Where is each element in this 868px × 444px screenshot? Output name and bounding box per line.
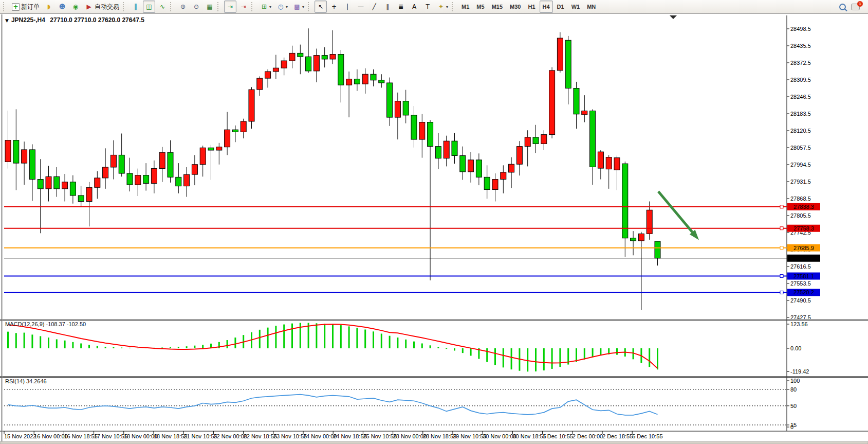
bar-chart-button[interactable]: ‖ xyxy=(130,1,142,13)
candle-down xyxy=(168,152,173,177)
macd-histogram-bar xyxy=(413,342,415,348)
signals-button[interactable]: ◉ xyxy=(69,1,82,13)
candle-up xyxy=(289,53,295,61)
notifications-button[interactable]: 1 xyxy=(849,1,862,13)
macd-histogram-bar xyxy=(559,348,561,367)
tile-windows-button[interactable]: ▦ xyxy=(204,1,216,13)
time-tick-label: 30 Nov 00:00 xyxy=(483,433,516,439)
text-label-icon: T xyxy=(423,3,432,11)
timeframe-d1-button[interactable]: D1 xyxy=(554,1,567,13)
candle-up xyxy=(216,147,222,150)
candle-up xyxy=(151,169,157,184)
new-order-button[interactable]: +新订单 xyxy=(10,1,42,13)
toolbar-grip xyxy=(170,2,174,11)
candle-up xyxy=(110,155,116,167)
line-handle[interactable] xyxy=(780,246,783,250)
timeframe-h1-button[interactable]: H1 xyxy=(525,1,538,13)
indicators-dropdown[interactable]: ⊞▾ xyxy=(258,1,273,13)
macd-histogram-bar xyxy=(113,347,114,348)
price-tick-label: 28120.5 xyxy=(790,128,811,134)
notification-badge: 1 xyxy=(857,1,863,7)
macd-histogram-bar xyxy=(584,348,585,360)
one-click-trading-toggle[interactable]: ▼ xyxy=(5,18,9,23)
vertical-line-icon: | xyxy=(343,3,352,11)
tile-windows-icon: ▦ xyxy=(206,3,214,11)
toolbar-grip xyxy=(251,2,255,11)
toolbar-grip xyxy=(217,2,221,11)
panel-separator[interactable] xyxy=(0,320,868,321)
chart-shift-button[interactable]: ⇥ xyxy=(237,1,250,13)
line-chart-button[interactable]: ∿ xyxy=(156,1,169,13)
arrows-dropdown[interactable]: ✦▾ xyxy=(435,1,450,13)
chart-shift-icon: ⇥ xyxy=(239,3,248,11)
candle-down xyxy=(354,79,360,84)
trendline-button[interactable]: ╱ xyxy=(368,1,380,13)
time-tick-label: 18 Nov 18:55 xyxy=(154,433,187,439)
svg-text:27838.3: 27838.3 xyxy=(793,204,814,210)
horizontal-line-button[interactable]: — xyxy=(355,1,367,13)
candle-up xyxy=(614,158,620,170)
line-handle[interactable] xyxy=(780,227,783,230)
macd-histogram-bar xyxy=(137,348,139,348)
price-tick-label: 27805.5 xyxy=(790,212,811,219)
candle-down xyxy=(428,122,433,147)
signals-icon: ◉ xyxy=(71,3,80,11)
timeframe-m15-button[interactable]: M15 xyxy=(489,1,506,13)
candle-down xyxy=(176,177,181,186)
candle-up xyxy=(95,178,100,187)
search-button[interactable] xyxy=(837,1,848,13)
panel-separator[interactable] xyxy=(0,376,868,377)
line-handle[interactable] xyxy=(780,275,783,278)
indicators-icon: ⊞ xyxy=(260,3,268,11)
macd-histogram-bar xyxy=(348,326,350,348)
macd-histogram-bar xyxy=(40,336,41,348)
line-handle[interactable] xyxy=(780,291,783,294)
community-button[interactable]: ☻ xyxy=(56,1,68,13)
candle-down xyxy=(38,180,43,189)
line-handle[interactable] xyxy=(780,205,783,208)
crosshair-button[interactable]: + xyxy=(328,1,340,13)
timeframe-h4-button[interactable]: H4 xyxy=(540,1,553,13)
chart-title: ▼JPN225-,H4 27710.0 27710.0 27620.0 2764… xyxy=(5,16,144,24)
fibonacci-button[interactable]: ≣ xyxy=(395,1,407,13)
timeframe-w1-button[interactable]: W1 xyxy=(568,1,583,13)
timeframe-m30-button[interactable]: M30 xyxy=(507,1,524,13)
timeframe-m1-button[interactable]: M1 xyxy=(458,1,472,13)
autotrading-button[interactable]: ▶自动交易 xyxy=(83,1,121,13)
candle-up xyxy=(86,187,92,201)
candle-down xyxy=(127,173,133,185)
zoom-out-button[interactable]: ⊖ xyxy=(190,1,202,13)
rsi-label: RSI(14) 34.2646 xyxy=(5,378,47,384)
templates-dropdown[interactable]: ▩▾ xyxy=(291,1,306,13)
channel-button[interactable]: ∥ xyxy=(381,1,394,13)
panel-separator[interactable] xyxy=(0,377,868,378)
macd-histogram-bar xyxy=(178,347,179,348)
panel-separator[interactable] xyxy=(0,319,868,319)
timeframe-m5-button[interactable]: M5 xyxy=(473,1,487,13)
zoom-in-button[interactable]: ⊕ xyxy=(177,1,189,13)
time-tick-label: 15 Nov 2022 xyxy=(4,433,36,439)
vertical-line-button[interactable]: | xyxy=(341,1,354,13)
macd-histogram-bar xyxy=(97,346,98,348)
cursor-button[interactable]: ↖ xyxy=(315,1,327,13)
svg-text:27520.2: 27520.2 xyxy=(793,289,814,295)
candlestick-chart-button[interactable]: ◫ xyxy=(143,1,155,13)
text-label-button[interactable]: T xyxy=(421,1,434,13)
macd-histogram-bar xyxy=(121,347,122,348)
macd-histogram-bar xyxy=(397,338,398,348)
periods-dropdown[interactable]: ◷▾ xyxy=(274,1,290,13)
chart-symbol-period: JPN225-,H4 xyxy=(11,16,45,24)
candle-up xyxy=(525,137,530,147)
announcement-icon-button[interactable]: ◗ xyxy=(43,1,55,13)
candle-up xyxy=(541,135,547,144)
candle-up xyxy=(225,130,230,147)
svg-text:27647.5: 27647.5 xyxy=(793,255,814,261)
candle-down xyxy=(78,196,84,202)
window-bottom-strip xyxy=(0,441,868,444)
text-button[interactable]: A xyxy=(408,1,420,13)
candle-down xyxy=(379,80,384,83)
price-tick-label: 28183.5 xyxy=(790,111,811,117)
macd-histogram-bar xyxy=(356,328,358,348)
timeframe-mn-button[interactable]: MN xyxy=(584,1,599,13)
auto-scroll-button[interactable]: ⇥ xyxy=(224,1,236,13)
